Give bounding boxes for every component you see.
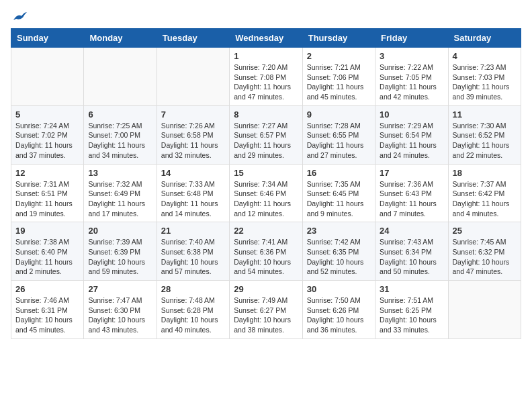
day-number: 23 bbox=[307, 226, 371, 236]
calendar-day-23: 23Sunrise: 7:42 AMSunset: 6:35 PMDayligh… bbox=[302, 222, 375, 281]
calendar-day-18: 18Sunrise: 7:37 AMSunset: 6:42 PMDayligh… bbox=[448, 164, 521, 222]
day-info: Sunrise: 7:46 AMSunset: 6:31 PMDaylight:… bbox=[15, 295, 79, 335]
day-number: 28 bbox=[161, 284, 225, 294]
weekday-header-tuesday: Tuesday bbox=[157, 29, 229, 48]
weekday-header-wednesday: Wednesday bbox=[230, 29, 302, 48]
calendar-day-2: 2Sunrise: 7:21 AMSunset: 7:06 PMDaylight… bbox=[302, 48, 375, 106]
day-info: Sunrise: 7:30 AMSunset: 6:52 PMDaylight:… bbox=[453, 121, 517, 161]
day-info: Sunrise: 7:31 AMSunset: 6:51 PMDaylight:… bbox=[15, 179, 79, 219]
calendar-day-5: 5Sunrise: 7:24 AMSunset: 7:02 PMDaylight… bbox=[11, 105, 84, 164]
calendar-day-25: 25Sunrise: 7:45 AMSunset: 6:32 PMDayligh… bbox=[448, 222, 521, 281]
calendar-empty-cell bbox=[84, 48, 157, 106]
calendar-day-26: 26Sunrise: 7:46 AMSunset: 6:31 PMDayligh… bbox=[11, 281, 84, 339]
day-number: 3 bbox=[380, 51, 443, 61]
day-number: 2 bbox=[307, 51, 371, 61]
day-number: 9 bbox=[307, 109, 371, 120]
calendar-day-21: 21Sunrise: 7:40 AMSunset: 6:38 PMDayligh… bbox=[157, 222, 229, 281]
calendar-day-6: 6Sunrise: 7:25 AMSunset: 7:00 PMDaylight… bbox=[84, 105, 157, 164]
day-number: 27 bbox=[88, 284, 152, 294]
day-info: Sunrise: 7:42 AMSunset: 6:35 PMDaylight:… bbox=[307, 237, 371, 277]
day-info: Sunrise: 7:39 AMSunset: 6:39 PMDaylight:… bbox=[88, 237, 152, 277]
calendar-day-31: 31Sunrise: 7:51 AMSunset: 6:25 PMDayligh… bbox=[375, 281, 448, 339]
day-number: 16 bbox=[307, 168, 371, 178]
day-number: 5 bbox=[15, 109, 79, 120]
day-number: 12 bbox=[15, 168, 79, 178]
day-number: 22 bbox=[234, 226, 298, 236]
calendar-day-9: 9Sunrise: 7:28 AMSunset: 6:55 PMDaylight… bbox=[302, 105, 375, 164]
calendar-day-15: 15Sunrise: 7:34 AMSunset: 6:46 PMDayligh… bbox=[230, 164, 302, 222]
day-info: Sunrise: 7:38 AMSunset: 6:40 PMDaylight:… bbox=[15, 237, 79, 277]
day-number: 1 bbox=[234, 51, 298, 61]
calendar-day-14: 14Sunrise: 7:33 AMSunset: 6:48 PMDayligh… bbox=[157, 164, 229, 222]
day-number: 18 bbox=[453, 168, 517, 178]
day-info: Sunrise: 7:37 AMSunset: 6:42 PMDaylight:… bbox=[453, 179, 517, 219]
weekday-header-sunday: Sunday bbox=[11, 29, 84, 48]
calendar-week-row: 26Sunrise: 7:46 AMSunset: 6:31 PMDayligh… bbox=[11, 281, 521, 339]
page-header bbox=[11, 11, 521, 23]
day-number: 31 bbox=[380, 284, 443, 294]
calendar-header-row: SundayMondayTuesdayWednesdayThursdayFrid… bbox=[11, 29, 521, 48]
logo-bird-icon bbox=[12, 11, 27, 23]
calendar-day-29: 29Sunrise: 7:49 AMSunset: 6:27 PMDayligh… bbox=[230, 281, 302, 339]
day-number: 26 bbox=[15, 284, 79, 294]
calendar-day-30: 30Sunrise: 7:50 AMSunset: 6:26 PMDayligh… bbox=[302, 281, 375, 339]
calendar-day-28: 28Sunrise: 7:48 AMSunset: 6:28 PMDayligh… bbox=[157, 281, 229, 339]
day-info: Sunrise: 7:32 AMSunset: 6:49 PMDaylight:… bbox=[88, 179, 152, 219]
day-info: Sunrise: 7:25 AMSunset: 7:00 PMDaylight:… bbox=[88, 121, 152, 161]
day-info: Sunrise: 7:28 AMSunset: 6:55 PMDaylight:… bbox=[307, 121, 371, 161]
day-info: Sunrise: 7:24 AMSunset: 7:02 PMDaylight:… bbox=[15, 121, 79, 161]
calendar-week-row: 12Sunrise: 7:31 AMSunset: 6:51 PMDayligh… bbox=[11, 164, 521, 222]
calendar-day-12: 12Sunrise: 7:31 AMSunset: 6:51 PMDayligh… bbox=[11, 164, 84, 222]
day-number: 13 bbox=[88, 168, 152, 178]
day-number: 17 bbox=[380, 168, 443, 178]
day-number: 15 bbox=[234, 168, 298, 178]
day-number: 14 bbox=[161, 168, 225, 178]
day-number: 21 bbox=[161, 226, 225, 236]
calendar-day-4: 4Sunrise: 7:23 AMSunset: 7:03 PMDaylight… bbox=[448, 48, 521, 106]
day-info: Sunrise: 7:23 AMSunset: 7:03 PMDaylight:… bbox=[453, 62, 517, 102]
calendar-day-16: 16Sunrise: 7:35 AMSunset: 6:45 PMDayligh… bbox=[302, 164, 375, 222]
calendar-day-27: 27Sunrise: 7:47 AMSunset: 6:30 PMDayligh… bbox=[84, 281, 157, 339]
day-number: 19 bbox=[15, 226, 79, 236]
day-number: 24 bbox=[380, 226, 443, 236]
day-info: Sunrise: 7:22 AMSunset: 7:05 PMDaylight:… bbox=[380, 62, 443, 102]
day-info: Sunrise: 7:48 AMSunset: 6:28 PMDaylight:… bbox=[161, 295, 225, 335]
calendar-day-19: 19Sunrise: 7:38 AMSunset: 6:40 PMDayligh… bbox=[11, 222, 84, 281]
day-info: Sunrise: 7:27 AMSunset: 6:57 PMDaylight:… bbox=[234, 121, 298, 161]
calendar-day-22: 22Sunrise: 7:41 AMSunset: 6:36 PMDayligh… bbox=[230, 222, 302, 281]
calendar-day-3: 3Sunrise: 7:22 AMSunset: 7:05 PMDaylight… bbox=[375, 48, 448, 106]
day-info: Sunrise: 7:41 AMSunset: 6:36 PMDaylight:… bbox=[234, 237, 298, 277]
calendar-empty-cell bbox=[448, 281, 521, 339]
day-info: Sunrise: 7:51 AMSunset: 6:25 PMDaylight:… bbox=[380, 295, 443, 335]
day-number: 4 bbox=[453, 51, 517, 61]
day-info: Sunrise: 7:33 AMSunset: 6:48 PMDaylight:… bbox=[161, 179, 225, 219]
day-number: 25 bbox=[453, 226, 517, 236]
calendar-empty-cell bbox=[157, 48, 229, 106]
day-info: Sunrise: 7:47 AMSunset: 6:30 PMDaylight:… bbox=[88, 295, 152, 335]
day-number: 8 bbox=[234, 109, 298, 120]
day-number: 29 bbox=[234, 284, 298, 294]
day-info: Sunrise: 7:20 AMSunset: 7:08 PMDaylight:… bbox=[234, 62, 298, 102]
day-info: Sunrise: 7:49 AMSunset: 6:27 PMDaylight:… bbox=[234, 295, 298, 335]
day-number: 6 bbox=[88, 109, 152, 120]
day-number: 20 bbox=[88, 226, 152, 236]
calendar-day-10: 10Sunrise: 7:29 AMSunset: 6:54 PMDayligh… bbox=[375, 105, 448, 164]
day-info: Sunrise: 7:50 AMSunset: 6:26 PMDaylight:… bbox=[307, 295, 371, 335]
calendar-table: SundayMondayTuesdayWednesdayThursdayFrid… bbox=[11, 28, 521, 339]
day-info: Sunrise: 7:29 AMSunset: 6:54 PMDaylight:… bbox=[380, 121, 443, 161]
weekday-header-saturday: Saturday bbox=[448, 29, 521, 48]
calendar-day-7: 7Sunrise: 7:26 AMSunset: 6:58 PMDaylight… bbox=[157, 105, 229, 164]
day-info: Sunrise: 7:43 AMSunset: 6:34 PMDaylight:… bbox=[380, 237, 443, 277]
weekday-header-friday: Friday bbox=[375, 29, 448, 48]
calendar-day-13: 13Sunrise: 7:32 AMSunset: 6:49 PMDayligh… bbox=[84, 164, 157, 222]
day-number: 7 bbox=[161, 109, 225, 120]
day-number: 11 bbox=[453, 109, 517, 120]
day-info: Sunrise: 7:36 AMSunset: 6:43 PMDaylight:… bbox=[380, 179, 443, 219]
calendar-week-row: 19Sunrise: 7:38 AMSunset: 6:40 PMDayligh… bbox=[11, 222, 521, 281]
calendar-week-row: 1Sunrise: 7:20 AMSunset: 7:08 PMDaylight… bbox=[11, 48, 521, 106]
calendar-week-row: 5Sunrise: 7:24 AMSunset: 7:02 PMDaylight… bbox=[11, 105, 521, 164]
calendar-day-17: 17Sunrise: 7:36 AMSunset: 6:43 PMDayligh… bbox=[375, 164, 448, 222]
day-number: 10 bbox=[380, 109, 443, 120]
calendar-day-8: 8Sunrise: 7:27 AMSunset: 6:57 PMDaylight… bbox=[230, 105, 302, 164]
day-info: Sunrise: 7:21 AMSunset: 7:06 PMDaylight:… bbox=[307, 62, 371, 102]
